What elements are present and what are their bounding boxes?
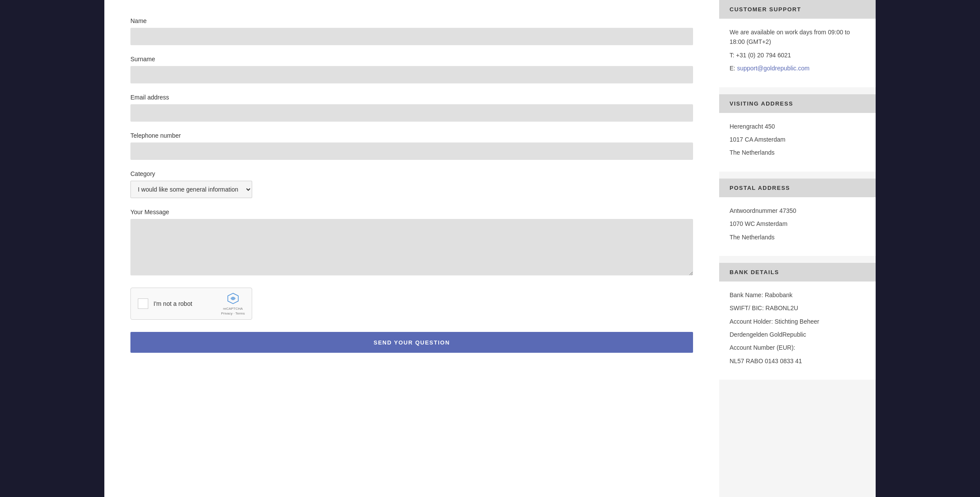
bank-details-body: Bank Name: Rabobank SWIFT/ BIC: RABONL2U… — [719, 282, 876, 380]
submit-button[interactable]: SEND YOUR QUESTION — [130, 332, 693, 353]
dark-sidebar-left — [0, 0, 104, 497]
visiting-address-section: VISITING ADDRESS Herengracht 450 1017 CA… — [719, 94, 876, 172]
bank-line4: Derdengelden GoldRepublic — [730, 330, 865, 339]
bank-line2: SWIFT/ BIC: RABONL2U — [730, 303, 865, 313]
phone-text: T: +31 (0) 20 794 6021 — [730, 50, 865, 60]
dark-sidebar-right — [876, 0, 980, 497]
bank-details-section: BANK DETAILS Bank Name: Rabobank SWIFT/ … — [719, 263, 876, 380]
postal-line1: Antwoordnummer 47350 — [730, 206, 865, 215]
surname-input[interactable] — [130, 66, 693, 83]
page-wrapper: Name Surname Email address Telephone num… — [0, 0, 980, 497]
message-textarea[interactable] — [130, 219, 693, 275]
visiting-address-header: VISITING ADDRESS — [719, 94, 876, 113]
bank-line3: Account Holder: Stichting Beheer — [730, 317, 865, 326]
telephone-input[interactable] — [130, 142, 693, 160]
email-group: Email address — [130, 94, 693, 122]
captcha-footer: reCAPTCHA Privacy · Terms — [221, 306, 245, 316]
postal-line3: The Netherlands — [730, 232, 865, 242]
customer-support-header: CUSTOMER SUPPORT — [719, 0, 876, 19]
visiting-line3: The Netherlands — [730, 148, 865, 157]
main-content: Name Surname Email address Telephone num… — [104, 0, 719, 497]
postal-line2: 1070 WC Amsterdam — [730, 219, 865, 229]
telephone-label: Telephone number — [130, 132, 693, 139]
visiting-address-body: Herengracht 450 1017 CA Amsterdam The Ne… — [719, 113, 876, 172]
bank-details-header: BANK DETAILS — [719, 263, 876, 282]
category-group: Category I would like some general infor… — [130, 170, 693, 198]
customer-support-section: CUSTOMER SUPPORT We are available on wor… — [719, 0, 876, 87]
captcha-logo: reCAPTCHA Privacy · Terms — [221, 292, 245, 316]
right-panel: CUSTOMER SUPPORT We are available on wor… — [719, 0, 876, 497]
captcha-box[interactable]: I'm not a robot reCAPTCHA Privacy · Term… — [130, 288, 252, 320]
email-text: E: support@goldrepublic.com — [730, 63, 865, 73]
email-label: Email address — [130, 94, 693, 101]
captcha-checkbox[interactable] — [138, 298, 148, 309]
bank-line6: NL57 RABO 0143 0833 41 — [730, 356, 865, 366]
email-input[interactable] — [130, 104, 693, 122]
customer-support-body: We are available on work days from 09:00… — [719, 19, 876, 87]
telephone-group: Telephone number — [130, 132, 693, 160]
captcha-label: I'm not a robot — [153, 300, 216, 307]
panel-spacer-1 — [719, 87, 876, 94]
surname-label: Surname — [130, 56, 693, 63]
availability-text: We are available on work days from 09:00… — [730, 27, 865, 47]
message-label: Your Message — [130, 209, 693, 215]
postal-address-body: Antwoordnummer 47350 1070 WC Amsterdam T… — [719, 197, 876, 256]
visiting-line1: Herengracht 450 — [730, 122, 865, 131]
email-link[interactable]: support@goldrepublic.com — [737, 65, 810, 72]
postal-address-section: POSTAL ADDRESS Antwoordnummer 47350 1070… — [719, 179, 876, 256]
postal-address-header: POSTAL ADDRESS — [719, 179, 876, 197]
name-input[interactable] — [130, 28, 693, 45]
name-group: Name — [130, 17, 693, 45]
name-label: Name — [130, 17, 693, 24]
message-group: Your Message — [130, 209, 693, 277]
visiting-line2: 1017 CA Amsterdam — [730, 135, 865, 144]
panel-spacer-2 — [719, 172, 876, 179]
panel-spacer-3 — [719, 256, 876, 263]
category-label: Category — [130, 170, 693, 177]
surname-group: Surname — [130, 56, 693, 83]
bank-line1: Bank Name: Rabobank — [730, 290, 865, 300]
bank-line5: Account Number (EUR): — [730, 343, 865, 352]
category-select[interactable]: I would like some general information I … — [130, 181, 252, 198]
